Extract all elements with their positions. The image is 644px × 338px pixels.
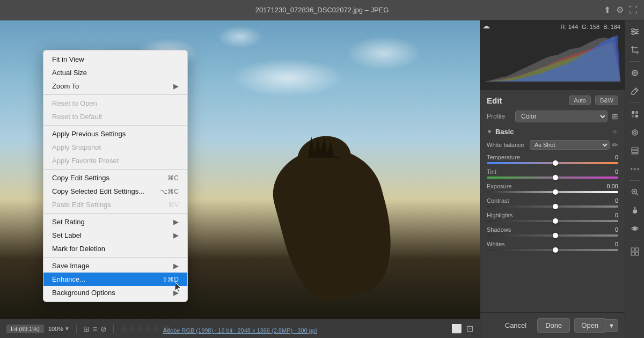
list-icon[interactable]: ≡ [93, 325, 97, 333]
svg-rect-18 [632, 153, 638, 154]
menu-item-reset-to-default: Reset to Default [43, 110, 187, 123]
histogram-area: ☁ R: 144 G: 158 B: 184 [480, 20, 625, 90]
compare-icon[interactable]: ⊡ [466, 324, 473, 334]
menu-item-copy-selected[interactable]: Copy Selected Edit Settings... ⌥⌘C [43, 185, 187, 198]
star-1[interactable]: ☆ [120, 325, 127, 333]
highlights-thumb[interactable] [553, 218, 558, 224]
menu-item-enhance[interactable]: Enhance... ⇧⌘D [43, 273, 187, 286]
basic-section-title: Basic [495, 128, 609, 136]
tint-slider[interactable] [487, 177, 618, 179]
toolbar-hand-icon[interactable] [628, 203, 642, 217]
contrast-slider[interactable] [487, 205, 618, 208]
tint-thumb[interactable] [553, 175, 558, 180]
toolbar-more-icon[interactable] [628, 162, 642, 176]
star-4[interactable]: ☆ [144, 325, 151, 333]
menu-item-actual-size[interactable]: Actual Size [43, 66, 187, 79]
auto-button[interactable]: Auto [569, 95, 591, 105]
contrast-row: Contrast 0 [487, 197, 618, 208]
toolbar-layers-icon[interactable] [628, 144, 642, 158]
exposure-slider[interactable] [487, 191, 618, 193]
toolbar-healing-icon[interactable] [628, 66, 642, 80]
tint-value: 0 [615, 168, 618, 175]
b-value: B: 184 [603, 24, 620, 30]
shadows-thumb[interactable] [553, 233, 558, 238]
expand-icon[interactable]: ⛶ [629, 5, 638, 15]
menu-label-enhance: Enhance... [52, 275, 151, 283]
exposure-row: Exposure 0.00 [487, 183, 618, 193]
cancel-button[interactable]: Cancel [499, 318, 533, 333]
svg-point-15 [634, 131, 636, 134]
contrast-header: Contrast 0 [487, 197, 618, 204]
svg-rect-31 [635, 252, 639, 255]
menu-label-copy-selected: Copy Selected Edit Settings... [52, 187, 149, 195]
highlights-row: Highlights 0 [487, 212, 618, 222]
shadows-value: 0 [615, 226, 618, 233]
profile-select[interactable]: Color [515, 111, 608, 122]
star-3[interactable]: ☆ [136, 325, 143, 333]
gear-icon[interactable]: ⚙ [616, 5, 624, 15]
toolbar-separator-3 [630, 180, 640, 181]
filter-icon[interactable]: ⊘ [100, 325, 107, 333]
menu-item-copy-edit[interactable]: Copy Edit Settings ⌘C [43, 171, 187, 185]
temperature-slider[interactable] [487, 162, 618, 164]
menu-item-fit-in-view[interactable]: Fit in View [43, 53, 187, 66]
menu-item-apply-previous[interactable]: Apply Previous Settings [43, 127, 187, 141]
view-icon[interactable]: ⬜ [451, 324, 462, 334]
fit-button[interactable]: Fit (69.1%) [6, 325, 44, 333]
shadows-slider[interactable] [487, 234, 618, 237]
separator-5 [43, 257, 187, 258]
histogram-values: R: 144 G: 158 B: 184 [561, 24, 620, 30]
status-right-icons: ⬜ ⊡ [451, 324, 473, 334]
white-balance-row: White balance As Shot ✏ [487, 140, 618, 150]
menu-item-paste-edit: Paste Edit Settings ⌘V [43, 198, 187, 211]
white-balance-select[interactable]: As Shot [530, 140, 610, 150]
menu-item-background-options[interactable]: Background Options ▶ [43, 286, 187, 299]
open-dropdown-button[interactable]: ▼ [605, 319, 618, 332]
svg-rect-10 [632, 111, 634, 114]
menu-label-copy-edit: Copy Edit Settings [52, 174, 157, 182]
toolbar-mask-icon[interactable] [628, 107, 642, 121]
image-canvas: Fit in View Actual Size Zoom To ▶ Reset … [0, 20, 480, 319]
svg-rect-11 [635, 111, 638, 114]
toolbar-radial-icon[interactable] [628, 126, 642, 139]
done-button[interactable]: Done [537, 318, 570, 333]
whites-slider[interactable] [487, 249, 618, 251]
menu-item-mark-deletion[interactable]: Mark for Deletion [43, 242, 187, 255]
zoom-dropdown-arrow[interactable]: ▼ [64, 326, 70, 332]
whites-thumb[interactable] [553, 247, 558, 253]
menu-item-save-image[interactable]: Save Image ▶ [43, 259, 187, 273]
basic-eye-icon[interactable]: 👁 [612, 128, 618, 136]
title-text: 20171230_072836_DSC02072.jpg – JPEG [255, 6, 389, 14]
basic-collapse-arrow[interactable]: ▼ [487, 129, 492, 135]
shadows-row: Shadows 0 [487, 226, 618, 237]
toolbar-brush-icon[interactable] [628, 84, 642, 98]
profile-label: Profile [487, 113, 511, 120]
exposure-thumb[interactable] [553, 189, 558, 195]
toolbar-crop-icon[interactable] [628, 43, 642, 57]
temperature-thumb[interactable] [553, 160, 558, 166]
status-bar: Fit (69.1%) 100% ▼ ⊞ ≡ ⊘ ☆ ☆ ☆ ☆ ☆ 🗑 ⬜ [0, 319, 480, 338]
grid-icon[interactable]: ⊞ [83, 325, 90, 333]
svg-point-21 [637, 168, 639, 170]
title-bar-icons: ⬆ ⚙ ⛶ [604, 5, 638, 15]
toolbar-redeye-icon[interactable] [628, 222, 642, 236]
wb-picker-icon[interactable]: ✏ [612, 141, 618, 149]
share-icon[interactable]: ⬆ [604, 5, 611, 15]
tint-label: Tint [487, 168, 496, 175]
star-5[interactable]: ☆ [152, 325, 159, 333]
bw-button[interactable]: B&W [595, 95, 618, 105]
toolbar-grid-view-icon[interactable] [628, 245, 642, 259]
open-button[interactable]: Open [574, 318, 605, 333]
profile-grid-icon[interactable]: ⊞ [612, 112, 618, 121]
svg-point-14 [632, 130, 638, 135]
open-button-group: Open ▼ [574, 318, 618, 333]
exposure-header: Exposure 0.00 [487, 183, 618, 189]
toolbar-settings-icon[interactable] [628, 25, 642, 39]
star-2[interactable]: ☆ [128, 325, 135, 333]
highlights-slider[interactable] [487, 220, 618, 222]
toolbar-zoom-icon[interactable] [628, 185, 642, 199]
menu-item-set-label[interactable]: Set Label ▶ [43, 229, 187, 242]
menu-item-set-rating[interactable]: Set Rating ▶ [43, 215, 187, 229]
contrast-thumb[interactable] [553, 204, 558, 209]
menu-item-zoom-to[interactable]: Zoom To ▶ [43, 79, 187, 93]
